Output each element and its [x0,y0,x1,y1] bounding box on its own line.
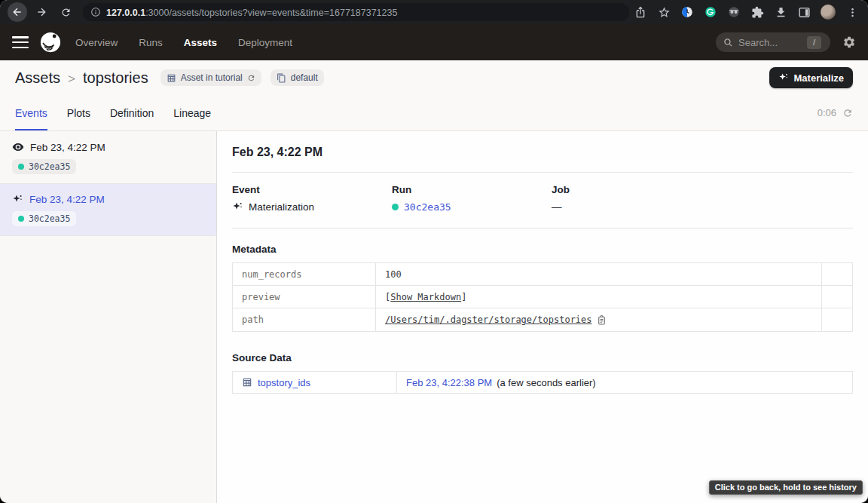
side-panel-icon [798,6,811,19]
mask-icon [727,5,741,19]
divider [232,228,853,228]
metadata-key: num_records [233,263,376,285]
job-label: Job [552,184,853,195]
tab-events[interactable]: Events [15,95,47,130]
profile-avatar[interactable] [821,5,836,20]
source-update-time-link[interactable]: Feb 23, 4:22:38 PM [406,377,492,388]
show-markdown-link[interactable]: Show Markdown [390,292,461,302]
run-label: Run [392,184,552,195]
asset-name: topstories [83,69,148,87]
metadata-key: path [233,308,376,331]
back-button-tooltip: Click to go back, hold to see history [709,480,863,495]
source-update-note: (a few seconds earlier) [497,377,596,388]
run-status-dot [18,216,24,222]
puzzle-icon [751,6,764,19]
search-box[interactable]: / [716,32,830,52]
source-data-heading: Source Data [232,352,853,363]
nav-item-overview[interactable]: Overview [75,37,118,48]
nav-item-assets[interactable]: Assets [184,37,217,48]
source-data-table: topstory_ids Feb 23, 4:22:38 PM (a few s… [232,371,853,394]
source-asset-name: topstory_ids [258,377,310,388]
event-label: Event [232,184,392,195]
clipboard-copy-icon[interactable] [597,315,607,325]
eye-icon [12,141,24,153]
metadata-key: preview [233,286,376,308]
info-icon [90,7,101,17]
refresh-icon[interactable] [842,108,853,118]
tab-plots[interactable]: Plots [67,95,90,130]
job-column: Job — [552,184,853,213]
refresh-icon[interactable] [247,74,255,82]
settings-gear-icon[interactable] [842,35,856,49]
run-status-dot [392,204,399,210]
table-row: preview [Show Markdown] [233,286,852,308]
bookmark-button[interactable] [657,5,671,19]
asset-group-tag-default[interactable]: default [270,69,324,86]
breadcrumb-separator: > [68,72,75,87]
tab-lineage[interactable]: Lineage [173,95,211,130]
asset-tabs: Events Plots Definition Lineage 0:06 [0,95,868,131]
forward-button[interactable] [32,2,51,22]
dagster-logo[interactable] [39,31,62,54]
materialize-button[interactable]: Materialize [769,67,853,88]
event-detail-title: Feb 23, 4:22 PM [232,131,853,172]
table-row: num_records 100 [233,263,852,286]
run-id-pill[interactable]: 30c2ea35 [12,211,76,226]
refresh-timer: 0:06 [818,95,853,130]
event-column: Event Materialization [232,184,392,213]
mask-extension-button[interactable] [727,5,741,19]
url-bar[interactable]: 127.0.0.1:3000/assets/topstories?view=ev… [83,3,629,21]
browser-window: 127.0.0.1:3000/assets/topstories?view=ev… [0,0,868,503]
bracket-open: [ [385,292,390,302]
run-id-link[interactable]: 30c2ea35 [404,201,451,213]
metadata-heading: Metadata [232,244,853,255]
clock-icon [680,5,694,19]
browser-actions [634,5,860,20]
run-id-pill[interactable]: 30c2ea35 [12,159,76,174]
run-column: Run 30c2ea35 [392,184,552,213]
nav-menu-button[interactable] [12,36,29,48]
browser-toolbar: 127.0.0.1:3000/assets/topstories?view=ev… [0,0,868,24]
tab-definition[interactable]: Definition [110,95,154,130]
sparkle-icon [778,72,789,83]
download-icon [775,6,787,19]
search-icon [723,38,733,48]
run-status-dot [18,164,24,170]
bracket-close: ] [461,292,466,302]
asset-header: Assets > topstories Asset in tutorial de… [0,60,868,95]
grammarly-icon [704,5,717,19]
url-path: :3000/assets/topstories?view=events&time… [145,8,397,18]
event-time: Feb 23, 4:22 PM [30,142,105,153]
nav-item-runs[interactable]: Runs [139,37,163,48]
metadata-extra-cell [822,286,852,308]
run-id: 30c2ea35 [29,161,70,172]
run-id: 30c2ea35 [29,213,70,224]
side-panel-button[interactable] [797,5,811,19]
reload-button[interactable] [56,2,75,22]
asset-tags: Asset in tutorial default [160,69,324,86]
extensions-button[interactable] [750,5,764,19]
url-host: 127.0.0.1 [106,8,145,18]
metadata-table: num_records 100 preview [Show Markdown] … [232,262,853,332]
search-input[interactable] [738,37,802,48]
grammarly-extension-button[interactable] [704,5,717,19]
nav-item-deployment[interactable]: Deployment [238,37,292,48]
metadata-extra-cell [822,263,852,285]
back-button[interactable] [8,2,27,22]
table-row: topstory_ids Feb 23, 4:22:38 PM (a few s… [233,372,852,393]
asset-tag-label: Asset in tutorial [181,72,243,83]
browser-menu-button[interactable] [845,5,859,19]
event-list-item-observation[interactable]: Feb 23, 4:22 PM 30c2ea35 [0,131,216,184]
source-asset-link[interactable]: topstory_ids [233,372,397,393]
path-link[interactable]: /Users/tim/.dagster/storage/topstories [385,314,592,325]
asset-tag-label: default [291,72,318,83]
share-button[interactable] [634,5,647,19]
nav-links: Overview Runs Assets Deployment [75,37,292,48]
downloads-button[interactable] [774,5,787,19]
asset-group-tag-tutorial[interactable]: Asset in tutorial [160,69,261,86]
copy-icon [277,73,286,83]
event-list-item-materialization[interactable]: Feb 23, 4:22 PM 30c2ea35 [0,184,216,236]
breadcrumb-assets-link[interactable]: Assets [15,69,60,87]
clock-extension-button[interactable] [680,5,694,19]
event-list-sidebar: Feb 23, 4:22 PM 30c2ea35 Feb 23, 4:22 PM… [0,131,217,503]
